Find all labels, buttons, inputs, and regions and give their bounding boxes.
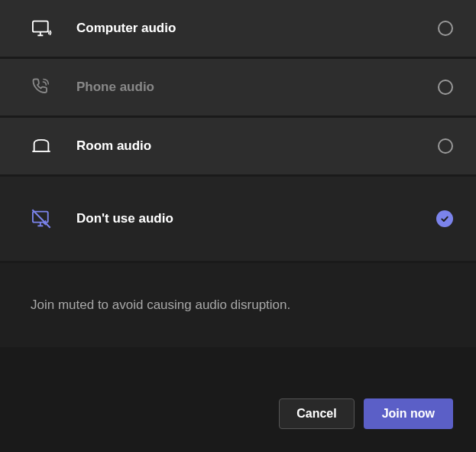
cancel-button[interactable]: Cancel (279, 398, 354, 429)
option-phone-audio[interactable]: Phone audio (0, 59, 476, 115)
option-label: Phone audio (76, 80, 438, 95)
info-message: Join muted to avoid causing audio disrup… (31, 298, 445, 313)
phone-icon (31, 76, 52, 98)
computer-muted-icon (31, 208, 52, 229)
join-now-button[interactable]: Join now (364, 398, 453, 429)
option-label: Don't use audio (76, 211, 436, 226)
radio-unchecked-icon (438, 80, 453, 95)
option-label: Computer audio (76, 21, 438, 36)
option-computer-audio[interactable]: Computer audio (0, 0, 476, 57)
option-label: Room audio (76, 138, 438, 154)
dialog-button-bar: Cancel Join now (279, 398, 453, 429)
radio-unchecked-icon (438, 21, 453, 36)
option-room-audio[interactable]: Room audio (0, 118, 476, 174)
room-device-icon (31, 135, 52, 157)
radio-unchecked-icon (438, 138, 453, 154)
computer-speaker-icon (31, 18, 52, 39)
info-section: Join muted to avoid causing audio disrup… (0, 263, 476, 347)
option-no-audio[interactable]: Don't use audio (0, 177, 476, 261)
svg-rect-0 (33, 21, 48, 32)
radio-checked-icon (436, 210, 453, 227)
audio-options-list: Computer audio Phone audio Room audio (0, 0, 476, 261)
